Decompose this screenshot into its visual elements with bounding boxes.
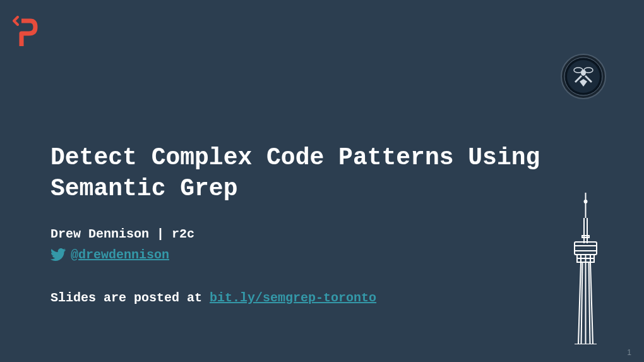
r2c-logo-icon [13,16,38,46]
twitter-handle-link[interactable]: @drewdennison [71,248,169,262]
svg-point-7 [585,200,587,203]
twitter-icon [51,248,66,261]
cn-tower-icon [562,193,609,344]
svg-point-2 [567,60,600,93]
slides-text: Slides are posted at [51,291,210,305]
twitter-line: @drewdennison [51,248,593,262]
author-line: Drew Dennison | r2c [51,227,593,241]
slide-title: Detect Complex Code Patterns Using Seman… [51,142,593,205]
page-number: 1 [627,348,631,357]
slides-url-link[interactable]: bit.ly/semgrep-toronto [210,291,376,305]
slide-content: Detect Complex Code Patterns Using Seman… [51,142,593,305]
logo-r2c [13,16,38,49]
svg-line-18 [581,262,583,344]
owasp-badge [561,54,606,102]
svg-rect-10 [582,236,589,238]
owasp-badge-icon [561,54,606,99]
cn-tower-decoration [562,193,609,347]
svg-line-19 [589,262,590,344]
svg-point-3 [581,69,586,76]
slides-posted-line: Slides are posted at bit.ly/semgrep-toro… [51,291,593,305]
